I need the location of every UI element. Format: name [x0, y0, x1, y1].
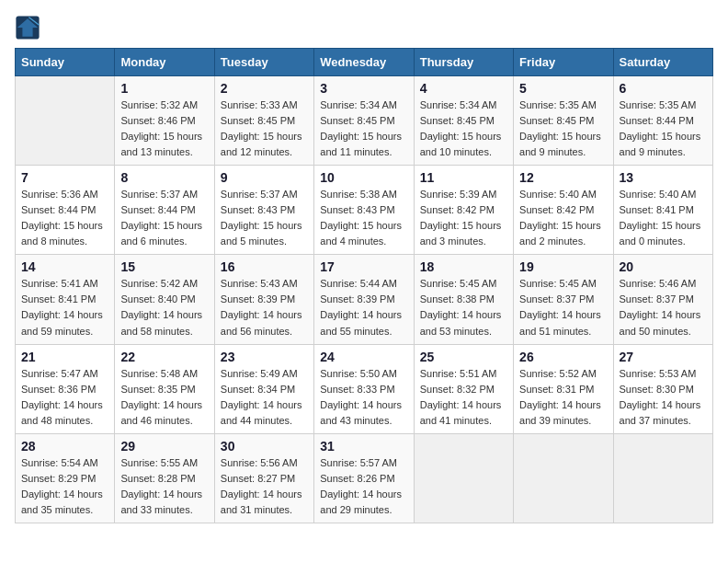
day-number: 8	[120, 170, 208, 185]
day-info: Sunrise: 5:52 AM Sunset: 8:31 PM Dayligh…	[519, 366, 607, 429]
calendar-cell: 29Sunrise: 5:55 AM Sunset: 8:28 PM Dayli…	[115, 433, 214, 523]
day-info: Sunrise: 5:32 AM Sunset: 8:46 PM Dayligh…	[120, 98, 208, 160]
day-info: Sunrise: 5:41 AM Sunset: 8:41 PM Dayligh…	[21, 276, 108, 339]
day-info: Sunrise: 5:50 AM Sunset: 8:33 PM Dayligh…	[320, 366, 407, 429]
calendar-cell: 5Sunrise: 5:35 AM Sunset: 8:45 PM Daylig…	[514, 76, 613, 166]
day-number: 4	[420, 81, 507, 96]
calendar-cell: 26Sunrise: 5:52 AM Sunset: 8:31 PM Dayli…	[514, 344, 613, 433]
calendar-body: 1Sunrise: 5:32 AM Sunset: 8:46 PM Daylig…	[16, 76, 713, 523]
day-info: Sunrise: 5:37 AM Sunset: 8:43 PM Dayligh…	[221, 187, 308, 249]
calendar-cell: 27Sunrise: 5:53 AM Sunset: 8:30 PM Dayli…	[613, 344, 712, 433]
day-info: Sunrise: 5:53 AM Sunset: 8:30 PM Dayligh…	[620, 366, 707, 429]
calendar-cell	[613, 433, 712, 523]
header-cell-tuesday: Tuesday	[214, 49, 313, 76]
calendar-cell	[16, 76, 115, 166]
day-info: Sunrise: 5:40 AM Sunset: 8:42 PM Dayligh…	[519, 187, 607, 249]
day-info: Sunrise: 5:38 AM Sunset: 8:43 PM Dayligh…	[320, 187, 407, 249]
day-info: Sunrise: 5:49 AM Sunset: 8:34 PM Dayligh…	[221, 366, 308, 429]
day-info: Sunrise: 5:36 AM Sunset: 8:44 PM Dayligh…	[21, 187, 108, 249]
day-number: 15	[120, 259, 208, 274]
day-info: Sunrise: 5:34 AM Sunset: 8:45 PM Dayligh…	[420, 98, 507, 160]
page-header	[15, 15, 713, 40]
header-cell-saturday: Saturday	[613, 49, 712, 76]
calendar-cell: 28Sunrise: 5:54 AM Sunset: 8:29 PM Dayli…	[16, 433, 115, 523]
day-number: 13	[620, 170, 707, 185]
calendar-cell: 13Sunrise: 5:40 AM Sunset: 8:41 PM Dayli…	[613, 166, 712, 255]
logo	[15, 15, 44, 40]
calendar-cell: 18Sunrise: 5:45 AM Sunset: 8:38 PM Dayli…	[414, 255, 513, 344]
header-row: SundayMondayTuesdayWednesdayThursdayFrid…	[16, 49, 713, 76]
calendar-cell: 6Sunrise: 5:35 AM Sunset: 8:44 PM Daylig…	[613, 76, 712, 166]
day-info: Sunrise: 5:40 AM Sunset: 8:41 PM Dayligh…	[620, 187, 707, 249]
day-number: 10	[320, 170, 407, 185]
header-cell-sunday: Sunday	[16, 49, 115, 76]
calendar-cell: 7Sunrise: 5:36 AM Sunset: 8:44 PM Daylig…	[16, 166, 115, 255]
day-number: 29	[120, 439, 208, 454]
calendar-week-2: 7Sunrise: 5:36 AM Sunset: 8:44 PM Daylig…	[16, 166, 713, 255]
calendar-cell: 14Sunrise: 5:41 AM Sunset: 8:41 PM Dayli…	[16, 255, 115, 344]
day-number: 17	[320, 259, 407, 274]
day-number: 5	[519, 81, 607, 96]
day-number: 14	[21, 259, 108, 274]
calendar-cell: 17Sunrise: 5:44 AM Sunset: 8:39 PM Dayli…	[314, 255, 414, 344]
day-info: Sunrise: 5:39 AM Sunset: 8:42 PM Dayligh…	[420, 187, 507, 249]
logo-icon	[15, 15, 40, 40]
day-number: 7	[21, 170, 108, 185]
day-number: 19	[519, 259, 607, 274]
calendar-cell: 9Sunrise: 5:37 AM Sunset: 8:43 PM Daylig…	[214, 166, 313, 255]
day-info: Sunrise: 5:57 AM Sunset: 8:26 PM Dayligh…	[320, 455, 407, 518]
day-number: 26	[519, 350, 607, 364]
header-cell-wednesday: Wednesday	[314, 49, 414, 76]
day-info: Sunrise: 5:43 AM Sunset: 8:39 PM Dayligh…	[221, 276, 308, 339]
calendar-cell: 24Sunrise: 5:50 AM Sunset: 8:33 PM Dayli…	[314, 344, 414, 433]
calendar-cell: 10Sunrise: 5:38 AM Sunset: 8:43 PM Dayli…	[314, 166, 414, 255]
header-cell-friday: Friday	[514, 49, 613, 76]
day-number: 20	[620, 259, 707, 274]
calendar-cell: 20Sunrise: 5:46 AM Sunset: 8:37 PM Dayli…	[613, 255, 712, 344]
calendar-week-3: 14Sunrise: 5:41 AM Sunset: 8:41 PM Dayli…	[16, 255, 713, 344]
day-info: Sunrise: 5:47 AM Sunset: 8:36 PM Dayligh…	[21, 366, 108, 429]
day-number: 30	[221, 439, 308, 454]
day-info: Sunrise: 5:51 AM Sunset: 8:32 PM Dayligh…	[420, 366, 507, 429]
day-number: 25	[420, 350, 507, 364]
day-number: 23	[221, 350, 308, 364]
day-info: Sunrise: 5:55 AM Sunset: 8:28 PM Dayligh…	[120, 455, 208, 518]
day-info: Sunrise: 5:56 AM Sunset: 8:27 PM Dayligh…	[221, 455, 308, 518]
day-number: 1	[120, 81, 208, 96]
calendar-week-5: 28Sunrise: 5:54 AM Sunset: 8:29 PM Dayli…	[16, 433, 713, 523]
day-info: Sunrise: 5:45 AM Sunset: 8:38 PM Dayligh…	[420, 276, 507, 339]
calendar-table: SundayMondayTuesdayWednesdayThursdayFrid…	[15, 48, 713, 523]
calendar-cell: 12Sunrise: 5:40 AM Sunset: 8:42 PM Dayli…	[514, 166, 613, 255]
day-info: Sunrise: 5:54 AM Sunset: 8:29 PM Dayligh…	[21, 455, 108, 518]
day-number: 31	[320, 439, 407, 454]
day-info: Sunrise: 5:48 AM Sunset: 8:35 PM Dayligh…	[120, 366, 208, 429]
calendar-cell: 19Sunrise: 5:45 AM Sunset: 8:37 PM Dayli…	[514, 255, 613, 344]
day-info: Sunrise: 5:45 AM Sunset: 8:37 PM Dayligh…	[519, 276, 607, 339]
header-cell-monday: Monday	[115, 49, 214, 76]
calendar-cell: 1Sunrise: 5:32 AM Sunset: 8:46 PM Daylig…	[115, 76, 214, 166]
calendar-cell: 30Sunrise: 5:56 AM Sunset: 8:27 PM Dayli…	[214, 433, 313, 523]
day-info: Sunrise: 5:46 AM Sunset: 8:37 PM Dayligh…	[620, 276, 707, 339]
calendar-cell	[414, 433, 513, 523]
calendar-cell: 21Sunrise: 5:47 AM Sunset: 8:36 PM Dayli…	[16, 344, 115, 433]
day-info: Sunrise: 5:35 AM Sunset: 8:45 PM Dayligh…	[519, 98, 607, 160]
calendar-cell	[514, 433, 613, 523]
calendar-cell: 16Sunrise: 5:43 AM Sunset: 8:39 PM Dayli…	[214, 255, 313, 344]
day-info: Sunrise: 5:34 AM Sunset: 8:45 PM Dayligh…	[320, 98, 407, 160]
calendar-cell: 25Sunrise: 5:51 AM Sunset: 8:32 PM Dayli…	[414, 344, 513, 433]
calendar-cell: 31Sunrise: 5:57 AM Sunset: 8:26 PM Dayli…	[314, 433, 414, 523]
day-number: 28	[21, 439, 108, 454]
header-cell-thursday: Thursday	[414, 49, 513, 76]
day-number: 12	[519, 170, 607, 185]
calendar-cell: 23Sunrise: 5:49 AM Sunset: 8:34 PM Dayli…	[214, 344, 313, 433]
calendar-week-4: 21Sunrise: 5:47 AM Sunset: 8:36 PM Dayli…	[16, 344, 713, 433]
day-number: 27	[620, 350, 707, 364]
day-number: 21	[21, 350, 108, 364]
day-number: 2	[221, 81, 308, 96]
day-info: Sunrise: 5:42 AM Sunset: 8:40 PM Dayligh…	[120, 276, 208, 339]
day-number: 24	[320, 350, 407, 364]
day-number: 22	[120, 350, 208, 364]
day-number: 16	[221, 259, 308, 274]
calendar-cell: 2Sunrise: 5:33 AM Sunset: 8:45 PM Daylig…	[214, 76, 313, 166]
calendar-cell: 3Sunrise: 5:34 AM Sunset: 8:45 PM Daylig…	[314, 76, 414, 166]
